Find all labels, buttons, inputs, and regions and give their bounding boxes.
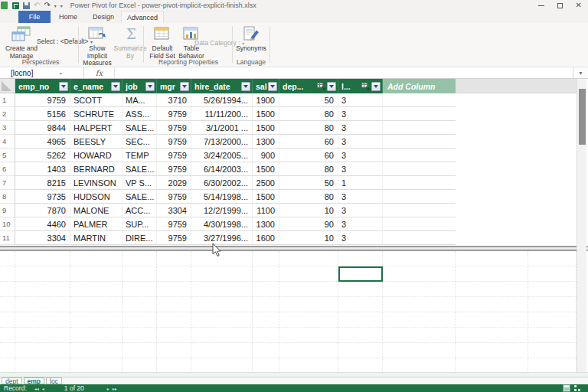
measure-cell[interactable]	[338, 251, 383, 266]
measure-cell[interactable]	[253, 358, 279, 372]
name-box-dropdown-icon[interactable]: ▾	[60, 70, 62, 76]
data-cell[interactable]: SALE...	[122, 190, 157, 204]
measure-cell[interactable]	[528, 343, 577, 358]
measure-cell[interactable]	[15, 312, 70, 328]
data-cell[interactable]: 8215	[15, 176, 70, 190]
data-cell[interactable]: 5156	[15, 107, 70, 121]
next-record-icon[interactable]: ▸	[107, 386, 109, 391]
row-number[interactable]: 9	[0, 204, 15, 217]
data-cell[interactable]: 9759	[15, 93, 70, 107]
data-cell[interactable]: 2029	[157, 176, 191, 190]
measure-cell[interactable]	[191, 282, 253, 297]
measure-cell[interactable]	[383, 328, 456, 343]
measure-cell[interactable]	[253, 282, 279, 297]
measure-cell[interactable]	[528, 282, 577, 297]
tab-advanced[interactable]: Advanced	[121, 11, 164, 23]
data-cell[interactable]: 1500	[253, 190, 279, 204]
data-cell[interactable]: SEC...	[122, 135, 157, 149]
synonyms-button[interactable]: Synonyms	[234, 25, 268, 53]
measure-cell[interactable]	[0, 312, 15, 328]
row-number[interactable]: 10	[0, 217, 15, 231]
expand-formula-bar-icon[interactable]: ▼	[573, 67, 588, 78]
select-all-corner[interactable]	[0, 79, 15, 93]
data-cell[interactable]: 3	[338, 107, 383, 121]
data-cell[interactable]: 3	[338, 190, 383, 204]
row-number[interactable]: 11	[0, 231, 15, 245]
excel-icon[interactable]	[12, 2, 19, 9]
save-icon[interactable]	[23, 2, 30, 9]
tab-home[interactable]: Home	[51, 11, 86, 23]
filter-icon[interactable]	[268, 82, 277, 91]
measure-cell[interactable]	[15, 343, 70, 358]
measure-cell[interactable]	[456, 297, 528, 312]
measure-cell[interactable]	[70, 297, 122, 312]
data-cell[interactable]: HALPERT	[70, 121, 122, 135]
measure-cell[interactable]	[338, 343, 383, 358]
add-column-cell[interactable]	[383, 176, 456, 190]
record-nav-next-last[interactable]: ▸▸▸	[107, 386, 117, 391]
measure-cell[interactable]	[157, 266, 191, 282]
data-cell[interactable]: 10	[279, 231, 338, 245]
measure-cell[interactable]	[456, 312, 528, 328]
data-cell[interactable]: 1300	[253, 217, 279, 231]
tab-design[interactable]: Design	[86, 11, 121, 23]
measure-cell[interactable]	[528, 358, 577, 372]
measure-cell[interactable]	[528, 266, 577, 282]
measure-cell[interactable]	[253, 251, 279, 266]
measure-cell[interactable]	[122, 328, 157, 343]
measure-cell[interactable]	[279, 358, 338, 372]
measure-cell[interactable]	[122, 312, 157, 328]
data-cell[interactable]: 50	[279, 176, 338, 190]
data-cell[interactable]: 3	[338, 121, 383, 135]
data-cell[interactable]: 80	[279, 107, 338, 121]
data-cell[interactable]: SALE...	[122, 121, 157, 135]
filter-icon[interactable]	[145, 82, 155, 91]
data-cell[interactable]: 5262	[15, 149, 70, 162]
measure-cell[interactable]	[70, 343, 122, 358]
data-cell[interactable]: 1100	[253, 204, 279, 217]
add-column-cell[interactable]	[383, 217, 456, 231]
tab-file[interactable]: File	[18, 11, 51, 23]
measure-cell[interactable]	[0, 358, 15, 372]
measure-cell[interactable]	[0, 282, 15, 297]
filter-icon[interactable]	[371, 82, 381, 91]
measure-cell[interactable]	[279, 282, 338, 297]
measure-cell[interactable]	[70, 251, 122, 266]
measure-cell[interactable]	[279, 328, 338, 343]
measure-cell[interactable]	[157, 282, 191, 297]
measure-cell[interactable]	[0, 297, 15, 312]
measure-cell[interactable]	[191, 358, 253, 372]
filter-icon[interactable]	[241, 82, 250, 91]
column-header-sal[interactable]: sal	[253, 79, 279, 93]
measure-cell[interactable]	[456, 266, 528, 282]
record-nav-first-prev[interactable]: ◂◂◂	[34, 386, 44, 391]
data-cell[interactable]: 9844	[15, 121, 70, 135]
qat-customize-icon[interactable]: ▾	[60, 3, 63, 8]
measure-cell[interactable]	[383, 343, 456, 358]
add-column-cell[interactable]	[383, 93, 456, 107]
redo-icon[interactable]: ↷	[44, 2, 50, 9]
data-cell[interactable]: 3/27/1996...	[191, 231, 253, 245]
data-cell[interactable]: 3710	[157, 93, 191, 107]
measure-cell[interactable]	[338, 328, 383, 343]
data-cell[interactable]: 90	[279, 217, 338, 231]
data-cell[interactable]: 9759	[157, 121, 191, 135]
data-cell[interactable]: 9759	[157, 149, 191, 162]
data-cell[interactable]: MA...	[122, 93, 157, 107]
data-cell[interactable]: MALONE	[70, 204, 122, 217]
data-cell[interactable]: 9759	[157, 135, 191, 149]
data-cell[interactable]: SCHRUTE	[70, 107, 122, 121]
data-cell[interactable]: 3304	[15, 231, 70, 245]
measure-cell[interactable]	[456, 328, 528, 343]
data-cell[interactable]: 10	[279, 204, 338, 217]
name-box[interactable]: [locno] ▾	[0, 67, 84, 78]
row-number[interactable]: 3	[0, 121, 15, 135]
measure-cell[interactable]	[253, 266, 279, 282]
data-cell[interactable]: ASS...	[122, 107, 157, 121]
data-cell[interactable]: 4965	[15, 135, 70, 149]
measure-cell[interactable]	[157, 312, 191, 328]
minimize-icon[interactable]	[538, 5, 544, 6]
data-cell[interactable]: 80	[279, 190, 338, 204]
data-cell[interactable]: 6/30/2002...	[191, 176, 253, 190]
measure-cell[interactable]	[338, 312, 383, 328]
